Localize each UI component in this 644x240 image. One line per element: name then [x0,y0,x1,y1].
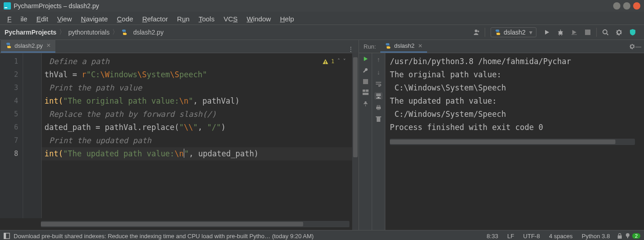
editor-pane: dslash2.py ✕ ⋮ 1 2 3 4 5 6 7 8 Define a … [0,40,359,230]
window-minimize-button[interactable] [613,2,620,10]
scroll-to-end-icon[interactable] [374,92,383,100]
menu-window[interactable]: Window [242,13,275,25]
svg-rect-9 [366,90,369,92]
svg-rect-15 [376,116,381,117]
menu-view[interactable]: View [53,13,76,25]
menu-vcs[interactable]: VCS [219,13,242,25]
svg-rect-1 [5,7,7,8]
settings-button[interactable] [614,27,624,37]
close-tab-icon[interactable]: ✕ [46,42,51,49]
wrench-icon[interactable] [362,67,369,74]
run-tab-label: dslash2 [394,42,414,49]
svg-rect-8 [363,90,365,92]
debug-button[interactable] [556,27,565,37]
svg-rect-20 [627,236,628,238]
code-with-me-button[interactable] [628,27,638,37]
code-editor[interactable]: 1 2 3 4 5 6 7 8 Define a path thVal = r"… [0,53,359,218]
svg-point-19 [626,233,629,237]
stop-button[interactable] [583,27,593,37]
window-title: PycharmProjects – dslash2.py [14,2,99,10]
trash-icon[interactable] [376,116,381,122]
svg-point-2 [559,31,562,35]
svg-rect-6 [325,63,325,64]
rerun-button[interactable] [363,56,369,62]
console-line: The original path value: [390,68,639,81]
svg-rect-7 [363,79,368,84]
run-tool-header: Run: dslash2 ✕ — [359,40,644,53]
main-menu: File Edit View Navigate Code Refactor Ru… [0,12,644,25]
run-button[interactable] [542,27,552,37]
main-split: dslash2.py ✕ ⋮ 1 2 3 4 5 6 7 8 Define a … [0,40,644,230]
console-line: The updated path value: [390,95,639,108]
close-tab-icon[interactable]: ✕ [418,43,423,49]
chevron-up-icon[interactable]: ˆ [337,55,340,68]
breadcrumb-folder[interactable]: pythontutorials [68,29,109,36]
add-config-button[interactable] [471,27,481,37]
pycharm-app-icon [4,2,11,10]
soft-wrap-icon[interactable] [375,81,382,87]
tool-window-toggle-icon[interactable] [4,233,10,239]
svg-rect-17 [4,233,6,239]
menu-refactor[interactable]: Refactor [138,13,172,25]
line-number: 2 [0,68,18,81]
run-configuration-selector[interactable]: dslash2 ▾ [491,27,536,37]
line-number: 1 [0,55,18,68]
run-coverage-button[interactable] [569,27,579,37]
caret-position[interactable]: 8:33 [487,233,498,240]
breadcrumb-file[interactable]: dslash2.py [133,29,163,36]
chevron-down-icon[interactable]: ˅ [343,55,346,68]
notification-icon[interactable] [625,233,630,239]
python-file-icon [5,42,12,49]
print-icon[interactable] [375,105,382,110]
console-line: Process finished with exit code 0 [390,121,639,134]
code-area[interactable]: Define a path thVal = r"C:\Windows\Syste… [42,53,359,218]
editor-vertical-scrollbar[interactable] [352,53,359,230]
line-number-current: 8 [0,147,18,160]
lock-icon[interactable] [617,233,622,239]
window-maximize-button[interactable] [623,2,630,10]
pin-icon[interactable] [363,101,369,107]
editor-tab-label: dslash2.py [15,42,43,49]
indent-settings[interactable]: 4 spaces [549,233,573,240]
console-line: C:\Windows\System\Speech [390,81,639,95]
up-arrow-icon[interactable]: ↑ [377,56,380,63]
window-titlebar: PycharmProjects – dslash2.py [0,0,644,12]
run-left-toolbar [359,53,372,230]
console-output[interactable]: /usr/bin/python3.8 /home/fahmida/Pychar … [385,53,644,230]
breadcrumb-root[interactable]: PycharmProjects [5,29,56,36]
python-interpreter[interactable]: Python 3.8 [582,233,610,240]
python-file-icon [121,29,128,35]
tabs-more-icon[interactable]: ⋮ [348,45,354,53]
inspection-indicator[interactable]: 1 ˆ ˅ [322,55,346,68]
menu-run[interactable]: Run [172,13,194,25]
svg-rect-14 [377,117,380,122]
editor-tab-dslash2[interactable]: dslash2.py ✕ [1,40,55,53]
chevron-right-icon: 〉 [59,28,65,36]
chevron-right-icon: 〉 [112,28,118,36]
line-number: 5 [0,108,18,121]
notification-count[interactable]: 2 [632,233,640,239]
line-separator[interactable]: LF [507,233,514,240]
menu-tools[interactable]: Tools [194,13,219,25]
menu-file[interactable]: File [3,13,32,25]
menu-code[interactable]: Code [113,13,138,25]
window-close-button[interactable] [633,2,640,10]
editor-horizontal-scrollbar[interactable] [41,221,349,227]
stop-button[interactable] [363,79,368,84]
hide-tool-window-icon[interactable]: — [635,43,641,50]
search-everywhere-button[interactable] [600,27,610,37]
run-title: Run: [364,43,376,50]
run-secondary-toolbar: ↑ ↓ [372,53,385,230]
run-settings-icon[interactable] [629,43,635,50]
menu-help[interactable]: Help [275,13,299,25]
run-tab-dslash2[interactable]: dslash2 ✕ [380,40,427,53]
file-encoding[interactable]: UTF-8 [523,233,540,240]
console-horizontal-scrollbar[interactable] [390,139,635,145]
layout-icon[interactable] [363,90,369,95]
run-config-label: dslash2 [504,29,526,36]
status-message[interactable]: Download pre-built shared indexes: Reduc… [14,233,314,240]
breadcrumb[interactable]: PycharmProjects 〉 pythontutorials 〉 dsla… [5,28,163,36]
down-arrow-icon[interactable]: ↓ [377,69,380,76]
menu-edit[interactable]: Edit [32,13,53,25]
menu-navigate[interactable]: Navigate [76,13,112,25]
